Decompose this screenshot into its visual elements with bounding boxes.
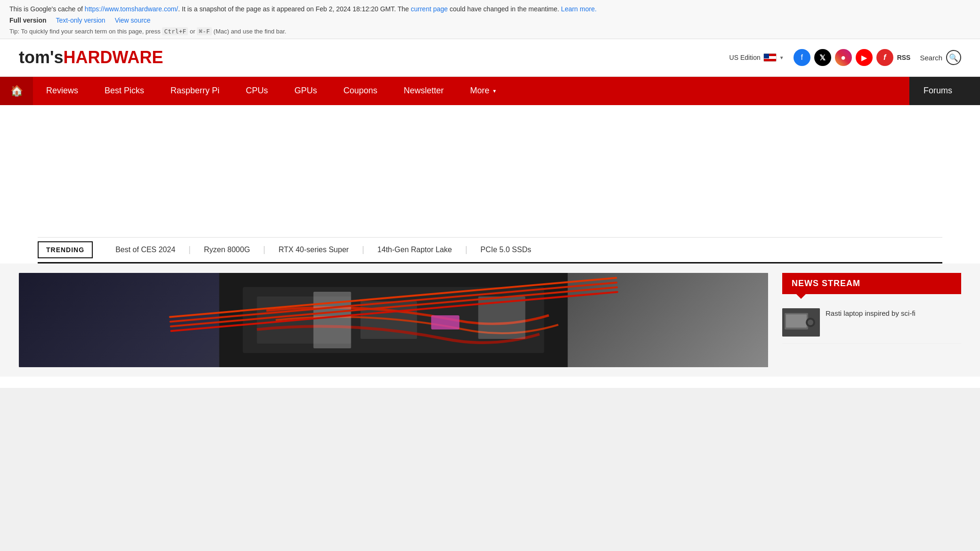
full-version-label: Full version (9, 15, 47, 25)
cache-url-link[interactable]: https://www.tomshardware.com/ (85, 5, 178, 13)
hero-image-placeholder (19, 273, 768, 367)
search-container[interactable]: Search 🔍 (920, 50, 961, 65)
nav-newsletter[interactable]: Newsletter (390, 77, 457, 105)
nav-coupons[interactable]: Coupons (330, 77, 390, 105)
nav-more-chevron-icon: ▾ (493, 88, 496, 94)
svg-point-11 (808, 320, 813, 325)
news-item-link[interactable]: Rasti laptop inspired by sci-fi (826, 309, 915, 317)
edition-label: US Edition (729, 54, 761, 61)
nav-best-picks[interactable]: Best Picks (91, 77, 157, 105)
svg-rect-5 (314, 292, 351, 348)
twitter-icon[interactable]: 𝕏 (814, 49, 831, 66)
us-flag-icon (763, 53, 777, 62)
instagram-icon[interactable]: ● (835, 49, 852, 66)
hero-image-svg (19, 273, 768, 367)
edition-chevron-icon: ▼ (779, 55, 784, 60)
content-wrapper: TRENDING Best of CES 2024 | Ryzen 8000G … (0, 105, 980, 388)
logo-hardware: HARDWARE (64, 48, 163, 67)
svg-rect-9 (786, 314, 807, 328)
site-header: tom'sHARDWARE US Edition ▼ f 𝕏 ● ▶ f RSS… (0, 39, 980, 77)
trending-label: TRENDING (38, 241, 93, 258)
trending-item-rtx[interactable]: RTX 40-series Super (266, 246, 362, 254)
nav-reviews[interactable]: Reviews (33, 77, 91, 105)
nav-gpus[interactable]: GPUs (281, 77, 330, 105)
nav-cpus[interactable]: CPUs (233, 77, 281, 105)
edition-selector[interactable]: US Edition ▼ (729, 53, 784, 62)
svg-rect-6 (478, 296, 526, 339)
nav-more[interactable]: More ▾ (457, 77, 509, 105)
bottom-content: NEWS STREAM (0, 263, 980, 377)
trending-bar: TRENDING Best of CES 2024 | Ryzen 8000G … (38, 237, 942, 263)
social-icons: f 𝕏 ● ▶ f RSS (794, 49, 911, 66)
news-stream: NEWS STREAM (782, 273, 961, 367)
cache-tip: Tip: To quickly find your search term on… (9, 27, 971, 37)
facebook-icon[interactable]: f (794, 49, 810, 66)
view-source-link[interactable]: View source (115, 15, 151, 25)
site-logo[interactable]: tom'sHARDWARE (19, 49, 163, 66)
hero-image (19, 273, 768, 367)
trending-item-ryzen[interactable]: Ryzen 8000G (191, 246, 263, 254)
nav-home-button[interactable]: 🏠 (0, 77, 33, 105)
news-item: Rasti laptop inspired by sci-fi (782, 302, 961, 344)
nav-items: Reviews Best Picks Raspberry Pi CPUs GPU… (33, 77, 509, 105)
news-thumb-image (782, 308, 820, 337)
main-navigation: 🏠 Reviews Best Picks Raspberry Pi CPUs G… (0, 77, 980, 105)
search-label: Search (920, 54, 942, 62)
news-item-text: Rasti laptop inspired by sci-fi (826, 308, 961, 337)
svg-rect-1 (243, 287, 544, 353)
rss-link[interactable]: RSS (897, 54, 911, 61)
cache-text-prefix: This is Google's cache of (9, 5, 85, 13)
version-links: Full version Text-only version View sour… (9, 15, 971, 25)
cache-notice: This is Google's cache of https://www.to… (9, 4, 971, 14)
flipboard-icon[interactable]: f (876, 49, 893, 66)
trending-item-ces[interactable]: Best of CES 2024 (102, 246, 188, 254)
trending-item-raptor[interactable]: 14th-Gen Raptor Lake (364, 246, 465, 254)
news-stream-items: Rasti laptop inspired by sci-fi (782, 302, 961, 344)
svg-rect-3 (361, 301, 417, 339)
cache-text-suffix: could have changed in the meantime. (448, 5, 561, 13)
cache-text-middle: . It is a snapshot of the page as it app… (178, 5, 411, 13)
text-only-link[interactable]: Text-only version (56, 15, 105, 25)
logo-toms: tom's (19, 48, 64, 67)
news-thumbnail (782, 308, 820, 337)
svg-rect-4 (431, 315, 460, 329)
logo-container: tom'sHARDWARE (19, 49, 163, 66)
advertisement-space (0, 105, 980, 237)
current-page-link[interactable]: current page (411, 5, 448, 13)
header-right: US Edition ▼ f 𝕏 ● ▶ f RSS Search 🔍 (729, 49, 961, 66)
nav-raspberry-pi[interactable]: Raspberry Pi (157, 77, 233, 105)
news-thumb-svg (782, 308, 820, 337)
nav-forums[interactable]: Forums (909, 77, 980, 105)
trending-items: Best of CES 2024 | Ryzen 8000G | RTX 40-… (102, 245, 942, 255)
search-icon[interactable]: 🔍 (946, 50, 961, 65)
svg-rect-2 (257, 296, 351, 344)
nav-forums-label: Forums (923, 86, 952, 96)
news-stream-header: NEWS STREAM (782, 273, 961, 294)
cache-banner: This is Google's cache of https://www.to… (0, 0, 980, 39)
youtube-icon[interactable]: ▶ (856, 49, 873, 66)
trending-item-pcie[interactable]: PCIe 5.0 SSDs (467, 246, 544, 254)
learn-more-link[interactable]: Learn more. (561, 5, 596, 13)
nav-more-label: More (470, 86, 489, 96)
